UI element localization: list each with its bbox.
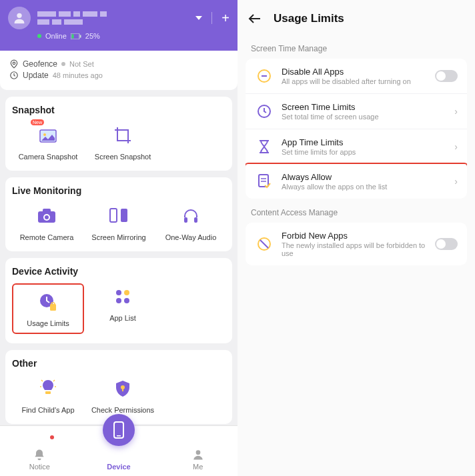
profile-name-redacted <box>37 11 107 25</box>
item-title: Always Allow <box>282 172 446 182</box>
battery-level: 25% <box>85 32 100 40</box>
nav-label: Notice <box>29 463 50 471</box>
tile-camera-snapshot[interactable]: New Camera Snapshot <box>12 122 84 161</box>
item-desc: The newly installed apps will be forbidd… <box>282 241 427 257</box>
nav-me[interactable]: Me <box>158 426 238 476</box>
arrow-left-icon <box>248 13 262 24</box>
notification-dot-icon <box>50 435 54 439</box>
nav-device[interactable]: Device <box>79 426 159 476</box>
item-title: Forbid New Apps <box>282 231 427 241</box>
tile-label: Camera Snapshot <box>19 153 78 161</box>
svg-rect-3 <box>80 35 81 37</box>
tile-label: Check Permissions <box>91 406 154 415</box>
geofence-icon <box>9 59 19 69</box>
online-status: Online <box>45 32 67 40</box>
section-title: Other <box>12 358 225 369</box>
item-disable-all-apps[interactable]: Disable All Apps All apps will be disabl… <box>246 59 467 93</box>
tile-label: One-Way Audio <box>165 233 217 242</box>
bottom-nav: Notice Device Me <box>0 425 238 476</box>
usage-limits-icon <box>38 292 58 312</box>
svg-point-22 <box>116 298 121 303</box>
page-header: Usage Limits <box>238 0 475 35</box>
section-title: Device Activity <box>12 266 225 277</box>
geofence-label: Geofence <box>23 59 57 69</box>
checklist-icon <box>257 173 272 189</box>
tile-usage-limits[interactable]: Usage Limits <box>12 283 84 333</box>
live-monitoring-section: Live Monitoring Remote Camera Screen Mir… <box>5 177 232 251</box>
shield-icon <box>115 379 131 398</box>
section-title: Snapshot <box>12 105 225 115</box>
online-dot-icon <box>37 34 41 38</box>
svg-rect-16 <box>194 217 197 223</box>
other-section: Other Find Child's App Check Permissions <box>5 350 232 424</box>
item-always-allow[interactable]: Always Allow Always allow the apps on th… <box>246 163 467 199</box>
tile-label: App List <box>109 314 136 323</box>
chevron-right-icon: › <box>454 106 458 117</box>
svg-rect-28 <box>117 435 121 437</box>
avatar[interactable] <box>8 7 31 29</box>
item-desc: Set total time of screen usage <box>282 113 446 121</box>
item-title: App Time Limits <box>282 137 446 147</box>
section-label: Content Access Manage <box>238 199 475 223</box>
device-info-card: Geofence Not Set Update 48 minutes ago <box>0 51 238 90</box>
item-desc: Set time limits for apps <box>282 148 446 156</box>
svg-rect-2 <box>71 34 73 38</box>
tile-label: Remote Camera <box>20 233 74 242</box>
svg-rect-14 <box>121 209 127 222</box>
item-app-time-limits[interactable]: App Time Limits Set time limits for apps… <box>246 129 467 164</box>
svg-point-7 <box>43 133 46 136</box>
svg-rect-33 <box>259 175 268 187</box>
tile-screen-snapshot[interactable]: Screen Snapshot <box>87 122 159 161</box>
tile-label: Find Child's App <box>21 406 74 415</box>
camera-icon <box>37 208 57 224</box>
device-activity-section: Device Activity Usage Limits App List <box>5 258 232 343</box>
update-value: 48 minutes ago <box>53 71 103 79</box>
picture-icon <box>37 126 59 145</box>
svg-rect-26 <box>122 389 123 391</box>
item-title: Disable All Apps <box>282 67 427 77</box>
main-screen: + Online 25% Geofence Not Set Update 48 … <box>0 0 238 476</box>
page-title: Usage Limits <box>274 12 344 25</box>
clock-icon <box>256 103 272 119</box>
screen-time-card: Disable All Apps All apps will be disabl… <box>246 59 467 199</box>
add-button[interactable]: + <box>221 11 229 26</box>
geofence-value: Not Set <box>69 60 94 68</box>
mirror-icon <box>109 207 129 225</box>
profile-header: + Online 25% <box>0 0 238 51</box>
svg-rect-15 <box>184 217 187 223</box>
profile-dropdown-icon[interactable] <box>195 16 202 20</box>
svg-point-20 <box>116 290 121 295</box>
new-badge: New <box>31 119 44 125</box>
bell-icon <box>33 448 46 461</box>
svg-point-12 <box>45 215 49 219</box>
tile-find-childs-app[interactable]: Find Child's App <box>12 375 84 415</box>
tile-label: Screen Mirroring <box>91 233 145 242</box>
section-label: Screen Time Manage <box>238 35 475 59</box>
item-screen-time-limits[interactable]: Screen Time Limits Set total time of scr… <box>246 93 467 129</box>
app-grid-icon <box>114 288 131 305</box>
item-forbid-new-apps[interactable]: Forbid New Apps The newly installed apps… <box>246 223 467 265</box>
headphones-icon <box>182 207 199 225</box>
tile-app-list[interactable]: App List <box>87 283 159 333</box>
content-access-card: Forbid New Apps The newly installed apps… <box>246 223 467 265</box>
svg-point-23 <box>124 298 129 303</box>
nav-notice[interactable]: Notice <box>0 426 79 476</box>
svg-rect-13 <box>110 209 117 222</box>
toggle-forbid-new-apps[interactable] <box>435 238 458 250</box>
toggle-disable-all-apps[interactable] <box>435 70 458 82</box>
item-title: Screen Time Limits <box>282 102 446 112</box>
tile-label: Screen Snapshot <box>95 153 151 161</box>
svg-rect-24 <box>45 391 51 394</box>
disable-icon <box>256 68 272 84</box>
tile-remote-camera[interactable]: Remote Camera <box>12 203 81 242</box>
svg-point-21 <box>124 290 129 295</box>
svg-rect-31 <box>262 75 267 77</box>
hourglass-icon <box>257 139 272 155</box>
tile-check-permissions[interactable]: Check Permissions <box>87 375 159 415</box>
tile-screen-mirroring[interactable]: Screen Mirroring <box>84 203 153 242</box>
nav-label: Me <box>193 463 203 471</box>
person-icon <box>191 448 205 461</box>
back-button[interactable] <box>248 13 262 24</box>
svg-point-0 <box>17 13 21 18</box>
tile-one-way-audio[interactable]: One-Way Audio <box>156 203 225 242</box>
